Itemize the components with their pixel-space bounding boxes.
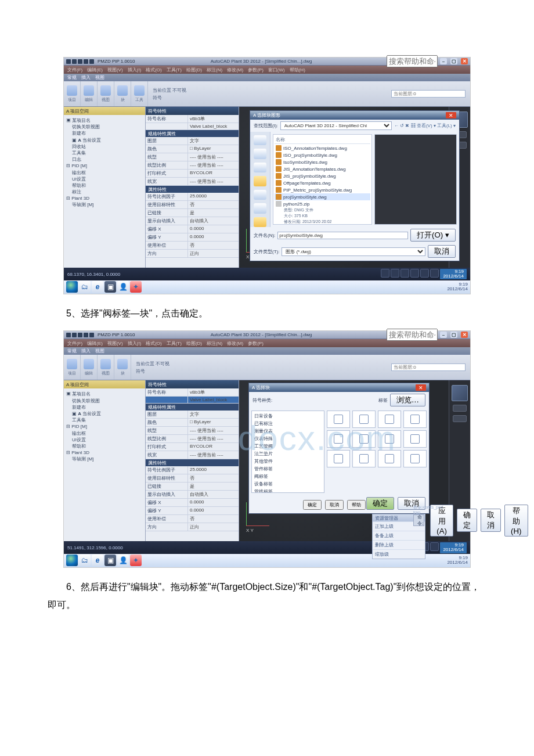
properties-panel[interactable]: 符号特性 符号名称vBb3单 Valve Label_block 规格特性属性 … (146, 107, 239, 268)
ribbon-panel[interactable]: 项目 编辑 视图 块 工具 当前位置 不可视 符号 (64, 81, 470, 107)
tool-cell: 编辑 (81, 81, 98, 106)
project-tree-panel[interactable]: A 项目空间 ▣ 某项目名 切换关联视图 新建布 ▣ A 当前设置 回收站 工具… (64, 107, 146, 268)
help-button[interactable]: 帮助(H) (504, 505, 528, 537)
file-item-selected: projSymbolStyle.dwg (275, 193, 370, 200)
places-bar[interactable] (250, 132, 270, 227)
open-button[interactable]: 打开(O) ▾ (410, 229, 456, 242)
status-icon[interactable] (430, 269, 439, 278)
status-bar: 68.1370, 16.3401, 0.0000 9:192012/6/14 (64, 268, 470, 280)
status-icon[interactable] (420, 269, 429, 278)
status-icon[interactable] (400, 269, 409, 278)
title-bar: PMZD PIP 1.0010 AutoCAD Plant 3D 2012 - … (64, 57, 470, 66)
min-button[interactable]: – (440, 58, 447, 64)
app-title-center: AutoCAD Plant 3D 2012 - [Simplified Chin… (138, 59, 384, 64)
filename-input[interactable] (277, 232, 408, 239)
open-file-dialog[interactable]: A 选择块图形 ✕ 查找范围(I): AutoCAD Plant 3D 2012… (250, 110, 460, 261)
viewcube-icon[interactable] (452, 385, 468, 401)
status-icon[interactable] (410, 269, 419, 278)
close-icon[interactable]: ✕ (416, 384, 426, 391)
ie-icon[interactable]: e (92, 281, 103, 293)
dialog-title: A 选择块 (252, 384, 270, 391)
preview-pane (374, 134, 457, 225)
max-button[interactable]: ▢ (450, 58, 457, 64)
layer-combo[interactable] (391, 90, 466, 98)
block-thumbnails[interactable] (327, 411, 427, 493)
tool-caption: 符号 (153, 95, 186, 101)
category-list[interactable]: 日常设备 已有标注 测量仪表 仪表特殊 工艺管阀 法兰垫片 其他管件 管件标签 … (251, 411, 324, 493)
help-search[interactable] (384, 55, 440, 67)
taskbar-icon[interactable]: 👤 (117, 281, 129, 293)
app-title-left: PMZD PIP 1.0010 (94, 59, 138, 64)
tool-cell: 工具 (131, 81, 148, 106)
status-icon[interactable] (381, 269, 389, 278)
screenshot-2: PMZD PIP 1.0010 AutoCAD Plant 3D 2012 - … (63, 330, 471, 568)
taskbar-icon[interactable]: ✦ (130, 281, 142, 293)
model-space[interactable]: X Y A 选择块图形 ✕ 查找范围(I): AutoCAD Plant 3D … (239, 107, 449, 268)
properties-header: 符号特性 (146, 107, 239, 115)
taskbar-icon[interactable]: 🗂 (79, 281, 91, 293)
dialog-title: A 选择块图形 (253, 112, 280, 118)
coords-readout: 68.1370, 16.3401, 0.0000 (67, 272, 120, 277)
close-button[interactable]: ✕ (461, 58, 468, 64)
instruction-6: 6、然后再进行"编辑块"。拖动标签"#(TargetObject.Size)"和… (41, 578, 493, 614)
ok-button[interactable]: 确定 (303, 500, 322, 510)
tool-caption: 当前位置 不可视 (153, 87, 186, 93)
lookin-label: 查找范围(I): (254, 123, 278, 129)
qat-icons[interactable] (64, 59, 94, 64)
cancel-button[interactable]: 取消 (481, 509, 501, 532)
dialog-toolbar[interactable]: ← ↺ ✖ ☷ 查看(V) ▾ 工具(L) ▾ (394, 123, 456, 129)
start-icon[interactable] (66, 281, 78, 293)
label-tag-lab: 标签 (378, 397, 388, 404)
cancel-button[interactable]: 取消 (428, 245, 456, 258)
ok-button[interactable]: 确定 (457, 509, 477, 532)
taskbar-icon[interactable]: ▣ (104, 281, 116, 293)
select-block-dialog[interactable]: A 选择块 ✕ 符号种类: 标签 浏览… 日常设备 已有标注 (248, 383, 430, 514)
tool-cell: 视图 (98, 81, 114, 106)
lookin-combo[interactable]: AutoCAD Plant 3D 2012 - Simplified Chi (280, 121, 392, 130)
help-button[interactable]: 帮助 (347, 500, 366, 510)
tool-cell: 块 (114, 81, 131, 106)
command-bar[interactable]: 命令: 应用(A) 确定 取消 帮助(H) (413, 514, 424, 526)
file-list[interactable]: 名称 ISO_AnnotationTemplates.dwg ISO_projS… (273, 134, 372, 225)
screenshot-1: PMZD PIP 1.0010 AutoCAD Plant 3D 2012 - … (63, 57, 471, 294)
nav-icon[interactable] (453, 405, 467, 412)
start-icon[interactable] (66, 555, 78, 566)
ok-button[interactable]: 确定 (366, 497, 394, 510)
status-icon[interactable] (391, 269, 399, 278)
cancel-button[interactable]: 取消 (325, 500, 344, 510)
nav-icon[interactable] (453, 415, 467, 422)
system-clock: 9:192012/6/14 (447, 282, 468, 292)
filetype-combo[interactable]: 图形 (*.dwg) (282, 247, 425, 256)
browse-button[interactable]: 浏览… (390, 394, 425, 406)
tool-cell: 项目 (64, 81, 81, 106)
command-hint: 命令:<prtits_perf trap (413, 505, 449, 514)
project-panel-title: A 项目空间 (64, 107, 145, 115)
instruction-5: 5、选择"阀标签—块"，点击确定。 (41, 305, 493, 322)
taskbar[interactable]: 🗂 e ▣ 👤 ✦ 9:192012/6/14 (64, 279, 470, 294)
close-icon[interactable]: ✕ (446, 112, 456, 118)
coords-readout: 51.1491, 312.1596, 0.0000 (67, 545, 123, 550)
ribbon-tabs[interactable]: 常规插入视图 (64, 74, 470, 81)
